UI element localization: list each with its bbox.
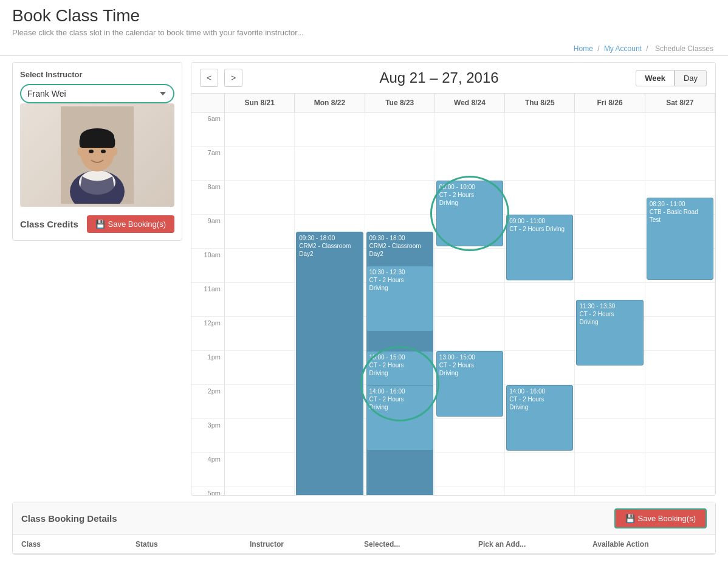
day-cell-3-15[interactable] xyxy=(435,419,505,452)
time-label-7: 7am xyxy=(191,147,225,180)
day-cell-1-9[interactable]: 09:30 - 18:00CRM2 - ClassroomDay2 xyxy=(295,215,365,248)
day-cell-6-7[interactable] xyxy=(645,147,715,180)
day-view-btn[interactable]: Day xyxy=(675,70,707,86)
day-cell-4-17[interactable] xyxy=(505,487,575,495)
day-cell-5-8[interactable] xyxy=(575,181,645,214)
cal-event-4[interactable]: 09:00 - 11:00CT - 2 Hours Driving xyxy=(506,215,573,280)
day-cell-4-9[interactable]: 09:00 - 11:00CT - 2 Hours Driving xyxy=(505,215,575,248)
cal-event-8[interactable]: 14:00 - 16:00CT - 2 HoursDriving xyxy=(506,385,573,451)
day-col-fri: Fri 8/26 xyxy=(575,94,645,112)
day-cell-0-17[interactable] xyxy=(225,487,295,495)
cal-grid: Sun 8/21 Mon 8/22 Tue 8/23 Wed 8/24 Thu … xyxy=(191,94,715,495)
day-cell-5-11[interactable]: 11:30 - 13:30CT - 2 HoursDriving xyxy=(575,283,645,316)
day-cell-6-15[interactable] xyxy=(645,419,715,452)
day-cell-0-9[interactable] xyxy=(225,215,295,248)
day-cell-1-8[interactable] xyxy=(295,181,365,214)
instructor-select[interactable]: Frank Wei John Smith Jane Doe xyxy=(20,84,174,103)
cal-event-9[interactable]: 11:30 - 13:30CT - 2 HoursDriving xyxy=(576,300,643,365)
day-cell-2-9[interactable]: 09:30 - 18:00CRM2 - Classroom Day2 xyxy=(365,215,435,248)
next-btn[interactable]: > xyxy=(224,69,242,87)
day-cell-0-11[interactable] xyxy=(225,283,295,316)
day-cell-2-13[interactable]: 13:00 - 15:00CT - 2 HoursDriving xyxy=(365,351,435,384)
day-cell-6-16[interactable] xyxy=(645,453,715,487)
day-cell-6-17[interactable] xyxy=(645,487,715,495)
day-cell-4-14[interactable]: 14:00 - 16:00CT - 2 HoursDriving xyxy=(505,385,575,418)
day-cell-3-7[interactable] xyxy=(435,147,505,180)
cal-event-10[interactable]: 08:30 - 11:00CTB - Basic RoadTest xyxy=(647,198,713,280)
day-cell-3-10[interactable] xyxy=(435,249,505,282)
cal-event-3[interactable]: 10:30 - 12:30CT - 2 HoursDriving xyxy=(366,266,433,331)
day-cell-5-14[interactable] xyxy=(575,385,645,418)
day-cell-6-11[interactable] xyxy=(645,283,715,316)
day-cell-2-8[interactable] xyxy=(365,181,435,214)
day-cell-1-6[interactable] xyxy=(295,113,365,146)
day-cell-2-7[interactable] xyxy=(365,147,435,180)
week-view-btn[interactable]: Week xyxy=(636,70,675,86)
day-cell-0-7[interactable] xyxy=(225,147,295,180)
top-header: Book Class Time Please click the class s… xyxy=(0,0,728,56)
day-cell-0-6[interactable] xyxy=(225,113,295,146)
day-cell-2-14[interactable]: 14:00 - 16:00CT - 2 HoursDriving xyxy=(365,385,435,418)
day-cell-6-14[interactable] xyxy=(645,385,715,418)
cal-event-1[interactable]: 09:30 - 18:00CRM2 - ClassroomDay2 xyxy=(296,232,363,496)
breadcrumb-home[interactable]: Home xyxy=(574,44,593,53)
day-cell-3-16[interactable] xyxy=(435,453,505,487)
day-cell-0-15[interactable] xyxy=(225,419,295,452)
hour-row-6: 6am xyxy=(191,113,715,147)
credits-row: Class Credits 💾 Save Booking(s) xyxy=(20,215,174,233)
day-cell-1-7[interactable] xyxy=(295,147,365,180)
time-label-15: 3pm xyxy=(191,419,225,452)
col-pickadd: Pick an Add... xyxy=(478,540,592,549)
save-booking-btn-sidebar[interactable]: 💾 Save Booking(s) xyxy=(87,215,174,233)
day-cell-6-8[interactable]: 08:30 - 11:00CTB - Basic RoadTest xyxy=(645,181,715,214)
breadcrumb-account[interactable]: My Account xyxy=(604,44,642,53)
day-cell-3-11[interactable] xyxy=(435,283,505,316)
day-cell-4-16[interactable] xyxy=(505,453,575,487)
col-status: Status xyxy=(136,540,250,549)
day-cell-5-10[interactable] xyxy=(575,249,645,282)
day-cell-0-10[interactable] xyxy=(225,249,295,282)
booking-table-header: Class Status Instructor Selected... Pick… xyxy=(13,535,715,554)
class-credits-label: Class Credits xyxy=(20,219,78,229)
day-cell-5-16[interactable] xyxy=(575,453,645,487)
day-cell-0-14[interactable] xyxy=(225,385,295,418)
day-col-thu: Thu 8/25 xyxy=(505,94,575,112)
day-cell-5-6[interactable] xyxy=(575,113,645,146)
day-cell-6-6[interactable] xyxy=(645,113,715,146)
breadcrumb: Home / My Account / Schedule Classes xyxy=(12,42,716,55)
day-cell-4-11[interactable] xyxy=(505,283,575,316)
day-cell-4-6[interactable] xyxy=(505,113,575,146)
day-cell-4-12[interactable] xyxy=(505,317,575,350)
save-icon-bottom: 💾 xyxy=(625,514,635,523)
day-cell-3-6[interactable] xyxy=(435,113,505,146)
page-title: Book Class Time xyxy=(12,6,716,26)
hour-row-15: 3pm xyxy=(191,419,715,453)
day-cell-4-7[interactable] xyxy=(505,147,575,180)
day-cell-4-13[interactable] xyxy=(505,351,575,384)
day-cell-6-13[interactable] xyxy=(645,351,715,384)
day-cell-5-15[interactable] xyxy=(575,419,645,452)
hour-row-16: 4pm xyxy=(191,453,715,487)
day-cell-3-13[interactable]: 13:00 - 15:00CT - 2 HoursDriving xyxy=(435,351,505,384)
day-cell-5-17[interactable] xyxy=(575,487,645,495)
save-booking-btn-bottom[interactable]: 💾 Save Booking(s) xyxy=(614,508,707,528)
day-cell-0-8[interactable] xyxy=(225,181,295,214)
prev-btn[interactable]: < xyxy=(200,69,218,87)
sidebar-panel: Select Instructor Frank Wei John Smith J… xyxy=(12,62,182,241)
cal-toolbar: < > Aug 21 – 27, 2016 Week Day xyxy=(191,63,715,94)
day-cell-6-12[interactable] xyxy=(645,317,715,350)
day-cell-2-6[interactable] xyxy=(365,113,435,146)
cal-event-0[interactable]: 08:00 - 10:00CT - 2 HoursDriving xyxy=(436,181,503,246)
day-cell-4-8[interactable] xyxy=(505,181,575,214)
cal-event-7[interactable]: 13:00 - 15:00CT - 2 HoursDriving xyxy=(436,351,503,417)
cal-event-6[interactable]: 14:00 - 16:00CT - 2 HoursDriving xyxy=(366,385,433,451)
day-cell-3-12[interactable] xyxy=(435,317,505,350)
day-cell-3-17[interactable] xyxy=(435,487,505,495)
day-cell-5-7[interactable] xyxy=(575,147,645,180)
day-cell-0-12[interactable] xyxy=(225,317,295,350)
hour-row-10: 10am10:30 - 12:30CT - 2 HoursDriving xyxy=(191,249,715,283)
day-cell-0-13[interactable] xyxy=(225,351,295,384)
day-cell-0-16[interactable] xyxy=(225,453,295,487)
day-cell-5-9[interactable] xyxy=(575,215,645,248)
day-cell-3-8[interactable]: 08:00 - 10:00CT - 2 HoursDriving xyxy=(435,181,505,214)
